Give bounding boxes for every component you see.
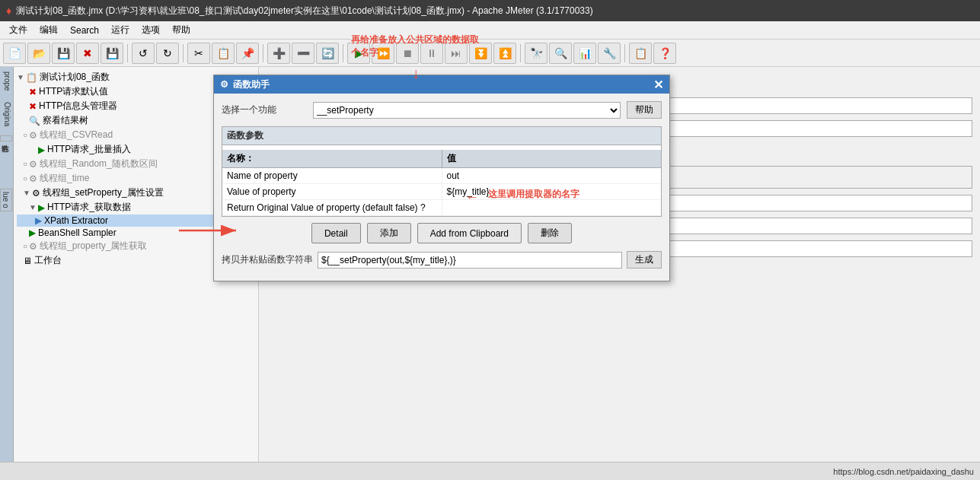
- toolbar-sep1: [127, 44, 128, 62]
- params-section: 函数参数 名称： 值 Name of property out Value of…: [222, 126, 662, 217]
- title-text: 测试计划08_函数.jmx (D:\学习资料\就业班\08_接口测试\day02…: [16, 5, 593, 17]
- toolbar-remote[interactable]: 🔭: [525, 43, 547, 64]
- toolbar-search[interactable]: 🔍: [549, 43, 572, 64]
- toolbar-pause[interactable]: ⏸: [420, 43, 443, 64]
- sticker-origina: Origina: [0, 100, 13, 128]
- tree-label: 线程组_Random_随机数区间: [40, 157, 158, 170]
- batch-icon: ▶: [38, 145, 45, 155]
- setprop-icon: ⚙: [32, 188, 40, 199]
- tree-label: XPath Extractor: [44, 215, 108, 226]
- tree-label: 工作台: [34, 254, 62, 267]
- toolbar-start-no-pauses[interactable]: ⏩: [372, 43, 394, 64]
- toolbar-up[interactable]: ⏫: [493, 43, 516, 64]
- menu-edit[interactable]: 编辑: [34, 22, 64, 38]
- select-function-row: 选择一个功能 __setProperty 帮助: [222, 101, 662, 119]
- toolbar-new[interactable]: 📄: [3, 43, 26, 64]
- params-row-2: Return Original Value of property (defau…: [222, 200, 661, 216]
- toolbar-save[interactable]: 💾: [52, 43, 75, 64]
- dialog-title-icon: ⚙: [220, 79, 228, 90]
- generate-button[interactable]: 生成: [627, 251, 662, 269]
- toolbar-reset[interactable]: 🔄: [316, 43, 339, 64]
- beanshell-icon: ▶: [29, 227, 36, 238]
- toolbar-close[interactable]: ✖: [76, 43, 99, 64]
- add-button[interactable]: 添加: [367, 223, 411, 243]
- toolbar-next[interactable]: ⏭: [445, 43, 468, 64]
- toolbar-cut[interactable]: ✂: [187, 43, 210, 64]
- tree-label: 线程组_CSVRead: [40, 129, 113, 141]
- toolbar-save2[interactable]: 💾: [101, 43, 123, 64]
- tree-label: HTTP请求_获取数据: [47, 201, 131, 214]
- toolbar-down[interactable]: ⏬: [469, 43, 492, 64]
- delete-button[interactable]: 删除: [528, 223, 572, 243]
- add-from-clipboard-button[interactable]: Add from Clipboard: [417, 223, 522, 243]
- menu-bar: 文件 编辑 Search 运行 选项 帮助: [0, 21, 980, 40]
- copy-label: 拷贝并粘贴函数字符串: [222, 253, 313, 266]
- toolbar-collapse[interactable]: ➖: [292, 43, 314, 64]
- dialog-close-btn[interactable]: ✕: [653, 78, 663, 92]
- plan-icon: 📋: [26, 72, 37, 83]
- expand-time: ○: [23, 174, 27, 183]
- toolbar-clear[interactable]: 📊: [573, 43, 596, 64]
- title-bar: ♦ 测试计划08_函数.jmx (D:\学习资料\就业班\08_接口测试\day…: [0, 0, 980, 21]
- toolbar-stop[interactable]: ⏹: [396, 43, 419, 64]
- workbench-icon: 🖥: [23, 256, 32, 266]
- menu-options[interactable]: 选项: [136, 22, 166, 38]
- params-cell-name-2: Return Original Value of property (defau…: [222, 200, 442, 215]
- help-button[interactable]: 帮助: [627, 101, 662, 119]
- dialog-titlebar: ⚙ 函数助手 ✕: [214, 75, 669, 94]
- toolbar-redo[interactable]: ↻: [156, 43, 179, 64]
- copy-input[interactable]: [318, 252, 622, 269]
- toolbar-expand[interactable]: ➕: [267, 43, 290, 64]
- toolbar-open[interactable]: 📂: [27, 43, 50, 64]
- toolbar-sep6: [624, 44, 625, 62]
- result-icon: 🔍: [29, 116, 40, 126]
- fetchdata-icon: ▶: [38, 202, 45, 213]
- select-function-label: 选择一个功能: [222, 103, 313, 116]
- expand-setprop: ▼: [23, 189, 30, 197]
- toolbar-settings[interactable]: 🔧: [598, 43, 621, 64]
- toolbar-paste[interactable]: 📌: [236, 43, 259, 64]
- toolbar-copy[interactable]: 📋: [212, 43, 235, 64]
- expand-fetchdata: ▼: [29, 203, 37, 211]
- tree-label: BeanShell Sampler: [38, 227, 117, 238]
- main-area: prope Origina ▼ 📋 测试计划08_函数 ✖ HTTP请求默认值: [0, 67, 980, 462]
- toolbar-start[interactable]: ▶: [347, 43, 370, 64]
- function-select[interactable]: __setProperty: [313, 102, 621, 119]
- sticker-prope: prope: [0, 70, 13, 93]
- http-default-icon: ✖: [29, 87, 37, 97]
- expand-propget: ○: [23, 242, 27, 250]
- tree-label: 察看结果树: [43, 114, 88, 127]
- toolbar-list[interactable]: 📋: [629, 43, 652, 64]
- tree-label: HTTP信息头管理器: [39, 100, 117, 113]
- csvread-icon: ⚙: [29, 130, 37, 141]
- tree-label: 线程组_setProperty_属性设置: [43, 186, 164, 199]
- status-bar: https://blog.csdn.net/paidaxing_dashu: [0, 462, 980, 480]
- params-col-value: 值: [442, 150, 662, 167]
- menu-help[interactable]: 帮助: [166, 22, 196, 38]
- copy-row: 拷贝并粘贴函数字符串 生成: [222, 251, 662, 269]
- http-header-icon: ✖: [29, 101, 37, 112]
- tree-label: 线程组_time: [40, 172, 89, 185]
- toolbar-undo[interactable]: ↺: [132, 43, 155, 64]
- status-url: https://blog.csdn.net/paidaxing_dashu: [833, 467, 974, 476]
- params-cell-name-1: Value of property: [222, 184, 442, 199]
- toolbar-sep2: [183, 44, 184, 62]
- tree-label: 线程组_property_属性获取: [40, 240, 147, 253]
- menu-file[interactable]: 文件: [3, 22, 34, 38]
- propget-icon: ⚙: [29, 241, 37, 252]
- toolbar-help[interactable]: ❓: [653, 43, 676, 64]
- detail-button[interactable]: Detail: [311, 223, 361, 243]
- tree-label: HTTP请求_批量插入: [47, 143, 131, 156]
- dialog-body: 选择一个功能 __setProperty 帮助 函数参数 名称： 值 Name …: [214, 94, 669, 281]
- menu-run[interactable]: 运行: [105, 22, 136, 38]
- xpath-icon: ▶: [35, 215, 42, 226]
- dialog-title: 函数助手: [233, 78, 270, 91]
- params-header: 名称： 值: [222, 150, 661, 168]
- menu-search[interactable]: Search: [64, 24, 105, 37]
- toolbar: 📄 📂 💾 ✖ 💾 ↺ ↻ ✂ 📋 📌 ➕ ➖ 🔄 ▶ ⏩ ⏹ ⏸ ⏭ ⏬ ⏫ …: [0, 40, 980, 67]
- params-cell-value-0: out: [442, 168, 662, 183]
- dialog-buttons: Detail 添加 Add from Clipboard 删除: [222, 223, 662, 243]
- sticker-prop-name: 性名称: [0, 135, 12, 141]
- params-cell-name-0: Name of property: [222, 168, 442, 183]
- params-col-name: 名称：: [222, 150, 442, 167]
